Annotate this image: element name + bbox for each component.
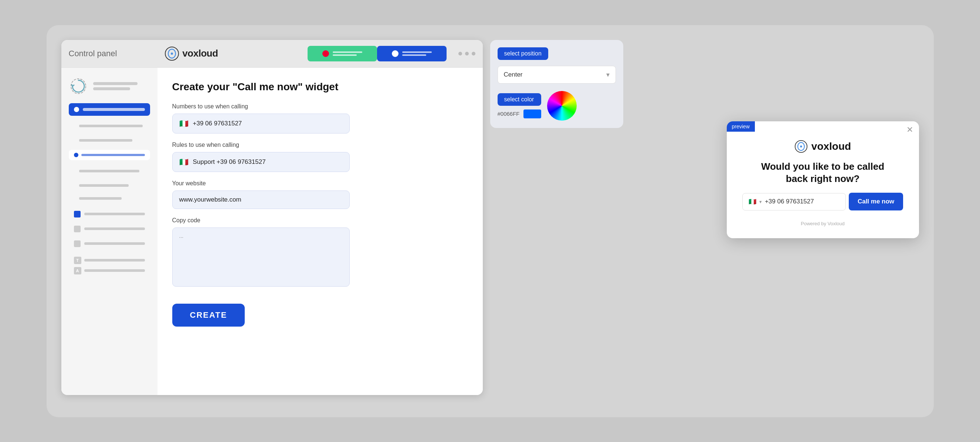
svg-point-4 [800, 145, 802, 147]
voxloud-logo-icon [164, 46, 179, 61]
preview-inner: voxloud Would you like to be called back… [727, 121, 919, 239]
sidebar-line [79, 170, 139, 172]
numbers-input[interactable]: 🇮🇹 +39 06 97631527 [172, 113, 350, 134]
call-me-button[interactable]: Call me now [849, 193, 903, 211]
sidebar-item-active[interactable] [69, 103, 150, 116]
preview-badge: preview [727, 121, 755, 132]
browser-dots [458, 52, 476, 56]
numbers-section: Numbers to use when calling 🇮🇹 +39 06 97… [172, 103, 468, 134]
sidebar-square [74, 241, 81, 247]
website-input[interactable]: www.yourwebsite.com [172, 190, 350, 209]
position-value: Center [504, 71, 523, 78]
sidebar-line [79, 139, 132, 142]
refresh-icon [69, 77, 88, 96]
widget-title: Create your "Call me now" widget [172, 81, 468, 93]
rules-input[interactable]: 🇮🇹 Support +39 06 97631527 [172, 152, 350, 172]
input-line [81, 154, 145, 156]
sidebar-logo-area [69, 77, 150, 96]
italy-flag-2: 🇮🇹 [179, 158, 189, 166]
preview-phone-input[interactable]: 🇮🇹 ▾ +39 06 97631527 [742, 193, 846, 211]
control-panel-label: Control panel [69, 49, 117, 59]
color-controls: select color #0066FF [498, 93, 541, 118]
sidebar-row-line [84, 213, 145, 215]
tab-line [402, 54, 426, 56]
rules-label: Rules to use when calling [172, 142, 468, 148]
preview-logo-text: voxloud [811, 140, 851, 152]
tab-white-dot [392, 50, 399, 57]
chevron-down-icon: ▾ [606, 71, 609, 79]
sidebar-line [93, 87, 130, 90]
code-label: Copy code [172, 217, 468, 224]
select-color-label: select color [498, 93, 541, 106]
tab-lines-2 [402, 51, 432, 56]
sidebar-line [93, 82, 137, 85]
sidebar-a-row: A [74, 267, 145, 274]
website-value: www.yourwebsite.com [179, 196, 242, 203]
sidebar-small-items [69, 209, 150, 249]
tab-line [333, 54, 357, 56]
close-icon[interactable]: ✕ [907, 125, 913, 135]
marker-line [84, 269, 145, 272]
main-content: Create your "Call me now" widget Numbers… [158, 68, 483, 395]
sidebar-section-3 [69, 165, 150, 177]
nav-tab-2[interactable] [377, 46, 447, 61]
browser-dot [465, 52, 469, 56]
sidebar-row-2 [69, 223, 150, 235]
preview-popup: preview ✕ voxloud Would you like to be c… [727, 121, 919, 239]
preview-logo-icon [794, 140, 808, 153]
sidebar-input-row-1[interactable] [69, 150, 150, 160]
preview-question: Would you like to be called back right n… [752, 161, 893, 186]
marker-line [84, 259, 145, 262]
sidebar-line [79, 184, 129, 187]
preview-phone-value: +39 06 97631527 [765, 198, 814, 205]
sidebar-t-row: T [74, 257, 145, 264]
nav-tab-1[interactable] [307, 46, 377, 61]
right-panel: select position Center ▾ select color #0… [490, 40, 623, 128]
tab-line [333, 51, 362, 53]
sidebar: T A [61, 68, 158, 395]
sidebar-markers: T A [69, 254, 150, 278]
sidebar-plain-section [69, 120, 150, 132]
browser-dot [472, 52, 476, 56]
tab-red-dot [322, 50, 329, 57]
hex-label: #0066FF [498, 110, 520, 117]
code-placeholder: ... [179, 233, 184, 239]
numbers-label: Numbers to use when calling [172, 103, 468, 110]
sidebar-row-line [84, 228, 145, 230]
rules-section: Rules to use when calling 🇮🇹 Support +39… [172, 142, 468, 172]
color-section: select color #0066FF [498, 91, 616, 121]
color-swatch[interactable] [523, 110, 541, 118]
color-wheel[interactable] [547, 91, 577, 121]
preview-logo: voxloud [794, 140, 851, 153]
preview-flag: 🇮🇹 [749, 198, 756, 206]
website-section: Your website www.yourwebsite.com [172, 180, 468, 209]
sidebar-row-3 [69, 238, 150, 249]
sidebar-square [74, 226, 81, 232]
sidebar-square [74, 211, 81, 217]
sidebar-row-1 [69, 209, 150, 220]
powered-by: Powered by Voxloud [801, 221, 845, 227]
sidebar-section-5 [69, 194, 150, 203]
code-area[interactable]: ... [172, 228, 350, 287]
numbers-value: +39 06 97631527 [193, 120, 242, 127]
nav-tabs [307, 46, 447, 61]
browser-window: Control panel voxloud [61, 40, 483, 395]
tab-line [402, 51, 432, 53]
browser-top-bar: Control panel voxloud [61, 40, 483, 68]
sidebar-row-line [84, 242, 145, 245]
sidebar-line [79, 124, 143, 127]
position-dropdown[interactable]: Center ▾ [498, 66, 616, 84]
input-dot [74, 153, 78, 157]
select-position-label: select position [498, 47, 548, 60]
create-button[interactable]: CREATE [172, 304, 245, 327]
flag-separator: ▾ [759, 199, 762, 204]
sidebar-logo-lines [93, 82, 137, 90]
rules-value: Support +39 06 97631527 [193, 158, 266, 166]
sidebar-plain-section2 [69, 136, 150, 145]
tab-lines-1 [333, 51, 362, 56]
voxloud-logo: voxloud [164, 46, 218, 61]
browser-dot [458, 52, 462, 56]
color-input-row: #0066FF [498, 110, 541, 118]
logo-text: voxloud [182, 48, 218, 59]
t-marker: T [74, 257, 81, 264]
